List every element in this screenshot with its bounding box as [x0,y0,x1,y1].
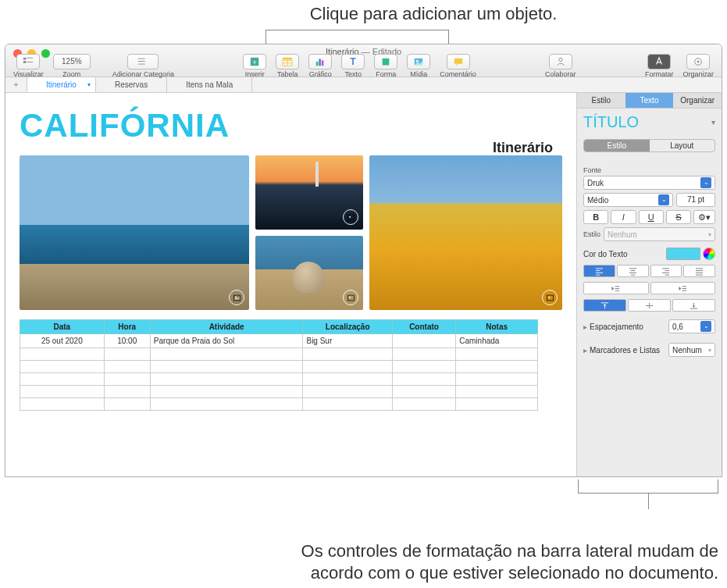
chart-button[interactable]: Gráfico [305,54,335,78]
col-data[interactable]: Data [20,320,105,334]
format-button[interactable]: Formatar [642,54,677,78]
table-cell[interactable] [150,373,303,386]
photo-coast[interactable] [20,155,249,310]
spacing-select[interactable]: 0,6 ⌄ [668,319,715,333]
table-cell[interactable] [392,334,455,348]
table-cell[interactable] [104,373,150,386]
table-cell[interactable] [303,348,392,361]
table-cell[interactable] [392,386,455,398]
inspector-tab-estilo[interactable]: Estilo [577,93,625,109]
table-cell[interactable] [104,348,150,361]
char-advanced-button[interactable]: ⚙▾ [693,210,715,224]
bullets-select[interactable]: Nenhum ▾ [668,343,715,357]
table-cell[interactable] [20,361,105,373]
table-cell[interactable] [104,386,150,398]
table-cell[interactable]: Parque da Praia do Sol [150,334,303,348]
media-button[interactable]: Mídia [404,54,433,78]
col-contato[interactable]: Contato [392,320,455,334]
table-cell[interactable]: 10:00 [104,334,150,348]
table-cell[interactable]: Caminhada [456,334,538,348]
table-cell[interactable] [456,348,538,361]
table-cell[interactable] [392,361,455,373]
table-row[interactable] [20,348,538,361]
table-cell[interactable] [456,373,538,386]
zoom-select[interactable]: 125% Zoom [50,54,94,78]
subtab-layout[interactable]: Layout [650,140,715,151]
view-button[interactable]: Visualizar [10,54,47,78]
photo-lighthouse[interactable] [255,155,363,230]
table-cell[interactable] [104,361,150,373]
col-notas[interactable]: Notas [456,320,538,334]
outdent-button[interactable] [583,282,649,294]
sheet-tab-reservas[interactable]: Reservas [96,77,167,92]
align-center-button[interactable] [617,265,649,277]
char-style-select[interactable]: Nenhum ▾ [604,227,715,241]
table-cell[interactable] [303,361,392,373]
color-wheel-button[interactable] [703,248,715,260]
table-row[interactable]: 25 out 202010:00Parque da Praia do SolBi… [20,334,538,348]
table-cell[interactable] [303,398,392,411]
table-row[interactable] [20,398,538,411]
font-size-stepper[interactable]: 71 pt [676,193,715,207]
bold-button[interactable]: B [583,210,608,224]
itinerary-table[interactable]: Data Hora Atividade Localização Contato … [20,319,538,411]
sheet-tab-itinerario[interactable]: Itinerário [27,77,96,92]
table-cell[interactable] [150,348,303,361]
valign-bottom-button[interactable] [672,299,715,312]
table-row[interactable] [20,361,538,373]
italic-button[interactable]: I [611,210,636,224]
document-canvas[interactable]: CALIFÓRNIA Itinerário [5,93,576,476]
text-subtab-segment[interactable]: Estilo Layout [583,139,715,152]
indent-button[interactable] [650,282,716,294]
insert-button[interactable]: + Inserir [240,54,269,78]
photo-seals[interactable] [255,236,363,310]
underline-button[interactable]: U [639,210,664,224]
table-cell[interactable] [456,361,538,373]
document-heading[interactable]: CALIFÓRNIA [20,107,562,144]
table-cell[interactable] [392,348,455,361]
table-cell[interactable] [20,348,105,361]
inspector-tab-organizar[interactable]: Organizar [673,93,722,109]
table-button[interactable]: Tabela [273,54,302,78]
subtab-estilo[interactable]: Estilo [584,140,650,151]
document-subtitle[interactable]: Itinerário [493,140,553,156]
table-cell[interactable] [150,361,303,373]
col-localizacao[interactable]: Localização [303,320,392,334]
table-cell[interactable] [303,373,392,386]
col-hora[interactable]: Hora [104,320,150,334]
table-cell[interactable] [456,398,538,411]
font-weight-select[interactable]: Médio ⌄ [583,193,673,207]
font-family-select[interactable]: Druk ⌄ [583,176,715,190]
table-cell[interactable] [150,386,303,398]
table-cell[interactable]: 25 out 2020 [20,334,105,348]
bullets-row[interactable]: ▸Marcadores e Listas Nenhum ▾ [577,338,722,362]
spacing-row[interactable]: ▸Espacejamento 0,6 ⌄ [577,315,722,338]
add-category-button[interactable]: Adicionar Categoria [109,54,177,78]
valign-top-button[interactable] [583,299,626,312]
valign-middle-button[interactable] [628,299,671,312]
table-row[interactable] [20,373,538,386]
text-button[interactable]: T Texto [338,54,368,78]
shape-button[interactable]: Forma [371,54,401,78]
table-cell[interactable] [150,398,303,411]
sheet-tab-itens-na-mala[interactable]: Itens na Mala [167,77,252,92]
table-cell[interactable] [392,373,455,386]
photo-flowers[interactable] [369,155,562,310]
align-left-button[interactable] [583,265,615,277]
table-cell[interactable] [20,373,105,386]
table-row[interactable] [20,386,538,398]
table-cell[interactable] [392,398,455,411]
comment-button[interactable]: Comentário [437,54,479,78]
strike-button[interactable]: S [666,210,691,224]
add-sheet-button[interactable]: + [5,77,27,92]
table-cell[interactable] [104,398,150,411]
align-right-button[interactable] [650,265,682,277]
table-cell[interactable]: Big Sur [303,334,392,348]
table-cell[interactable] [20,398,105,411]
paragraph-style-select[interactable]: TÍTULO ▾ [577,109,722,136]
organize-button[interactable]: Organizar [679,54,717,78]
table-cell[interactable] [303,386,392,398]
collaborate-button[interactable]: Colaborar [542,54,579,78]
table-cell[interactable] [20,386,105,398]
text-color-swatch[interactable] [666,248,700,260]
